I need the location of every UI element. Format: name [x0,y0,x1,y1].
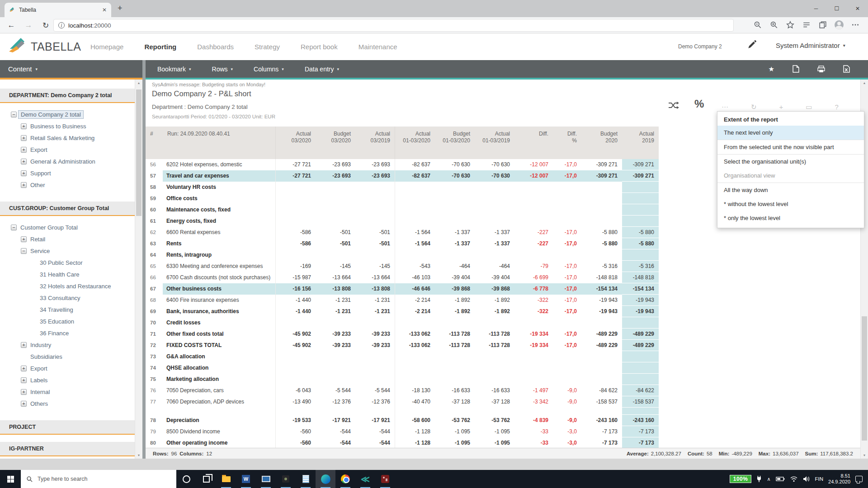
tree-item-support[interactable]: +Support [0,167,135,179]
excel-export-icon[interactable] [843,65,850,73]
column-header-budget-03-2020[interactable]: Budget03/2020 [316,127,355,159]
expand-box-icon[interactable]: + [21,389,27,395]
user-menu[interactable]: System Administrator ▾ [776,42,845,49]
taskbar-app-red-app[interactable] [375,470,395,488]
reading-list-icon[interactable] [801,19,812,30]
column-header-budget-01-03-2020[interactable]: Budget01-03/2020 [435,127,475,159]
notification-icon[interactable] [855,476,863,482]
table-row-62[interactable]: 626600 Rental expenses-586-501-501-1 564… [146,227,659,238]
window-minimize-button[interactable]: ─ [806,0,826,17]
panel-header-department-demo-company-2-total[interactable]: DEPARTMENT: Demo Company 2 total [0,89,135,103]
taskbar-app-task-view[interactable] [196,470,216,488]
tree-item-internal[interactable]: +Internal [0,386,135,398]
tabella-logo[interactable]: TABELLA [7,37,81,56]
volume-icon[interactable] [803,476,810,482]
site-info-icon[interactable]: i [58,22,65,28]
table-row-70[interactable]: 70Credit losses [146,317,659,328]
browser-back-button[interactable]: ← [5,20,17,31]
tree-item-business-to-business[interactable]: +Business to Business [0,120,135,132]
tree-item-export[interactable]: +Export [0,362,135,374]
taskbar-app-file-explorer[interactable] [216,470,236,488]
panel-header-cust-group-customer-group-total[interactable]: CUST.GROUP: Customer Group Total [0,202,135,216]
start-button[interactable] [0,470,21,488]
tree-item-others[interactable]: +Others [0,398,135,409]
window-maximize-button[interactable]: ☐ [826,0,847,17]
column-header-run[interactable]: Run: 24.09.2020 08.40.41 [163,127,276,159]
nav-report-book[interactable]: Report book [301,43,338,51]
expand-box-icon[interactable]: + [21,170,27,176]
plug-icon[interactable] [756,475,762,483]
tree-item-retail[interactable]: +Retail [0,233,135,245]
percent-icon[interactable]: % [694,98,704,110]
table-row-73[interactable]: 73G&A allocation [146,351,659,362]
favorite-star-icon[interactable] [785,19,796,30]
taskbar-app-dark-app[interactable] [276,470,296,488]
column-header-actual-01-03-2019[interactable]: Actual01-03/2019 [475,127,514,159]
new-tab-button[interactable]: + [118,4,123,13]
table-row-72[interactable]: 72FIXED COSTS TOTAL-45 902-39 233-39 233… [146,340,659,351]
table-row-58[interactable]: 58Voluntary HR costs [146,182,659,193]
popup-item-the-next-level-only[interactable]: The next level only [717,126,864,140]
scroll-down-icon[interactable]: ▼ [861,452,868,459]
browser-refresh-button[interactable]: ↻ [40,20,52,31]
table-row-65[interactable]: 656330 Meeting and conference expenses-1… [146,261,659,272]
expand-box-icon[interactable]: + [21,159,27,164]
column-header-actual-01-03-2020[interactable]: Actual01-03/2020 [395,127,435,159]
column-header-actual-03-2020[interactable]: Actual03/2020 [276,127,316,159]
battery-icon[interactable] [776,476,785,482]
collapse-box-icon[interactable]: − [11,112,17,117]
tab-close-icon[interactable]: ✕ [102,7,107,13]
taskbar-app-tabella[interactable]: ≪ [355,470,375,488]
window-close-button[interactable]: ✕ [847,0,868,17]
tree-item-general-administration[interactable]: +General & Administration [0,155,135,167]
tree-item-31-health-care[interactable]: 31 Health Care [0,268,135,280]
table-row-69[interactable]: 69Bank, insurance, authorities-1 440-1 2… [146,306,659,317]
sidebar-scrollbar[interactable]: ▲ ▼ [135,80,142,459]
expand-box-icon[interactable]: + [21,147,27,153]
tree-item-demo-company-2-total[interactable]: −Demo Company 2 total [0,108,135,120]
table-row-67[interactable]: 67Other business costs-16 156-13 808-13 … [146,283,659,295]
tree-item-30-public-sector[interactable]: 30 Public Sector [0,257,135,268]
nav-reporting[interactable]: Reporting [144,43,176,51]
zoom-icon[interactable] [769,19,779,30]
table-row-60[interactable]: 60Maintenance costs, fixed [146,204,659,216]
clock[interactable]: 8.51 24.9.2020 [828,473,850,485]
tree-item-34-travelling[interactable]: 34 Travelling [0,304,135,315]
expand-box-icon[interactable]: + [21,123,27,129]
nav-dashboards[interactable]: Dashboards [197,43,234,51]
column-header-actual-03-2019[interactable]: Actual03/2019 [355,127,395,159]
expand-box-icon[interactable]: + [21,342,27,348]
battery-percent-badge[interactable]: 100% [730,475,752,483]
column-header-budget-2020[interactable]: Budget2020 [581,127,622,159]
taskbar-app-remote-desktop[interactable] [256,470,276,488]
more-menu-icon[interactable] [850,19,861,30]
popup-item-only-the-lowest-level[interactable]: * only the lowest level [717,211,864,225]
popup-item-from-the-selected-unit-the-now-visible-part[interactable]: From the selected unit the now visible p… [717,140,864,155]
column-header-actual-2019[interactable]: Actual2019 [622,127,659,159]
nav-homepage[interactable]: Homepage [90,43,123,51]
browser-forward-button[interactable]: → [23,20,34,31]
scroll-up-icon[interactable]: ▲ [135,80,142,86]
expand-box-icon[interactable]: + [21,401,27,407]
table-row-80[interactable]: 80Other operating income-560-544-544-1 1… [146,437,659,449]
language-indicator[interactable]: FIN [815,476,824,482]
taskbar-app-word[interactable]: W [236,470,256,488]
edit-pencil-icon[interactable] [747,40,757,52]
tree-item-subsidiaries[interactable]: Subsidiaries [0,351,135,362]
table-row-56[interactable]: 566202 Hotel expenses, domestic-27 721-2… [146,159,659,170]
popup-item-without-the-lowest-level[interactable]: * without the lowest level [717,197,864,211]
tree-item-retail-sales-marketing[interactable]: +Retail Sales & Marketing [0,132,135,144]
menu-columns[interactable]: Columns▾ [254,66,284,73]
tree-item-32-hotels-and-restaurance[interactable]: 32 Hotels and Restaurance [0,280,135,292]
document-icon[interactable] [793,65,799,73]
expand-box-icon[interactable]: + [21,377,27,383]
popup-item-all-the-way-down[interactable]: All the way down [717,183,864,197]
chevron-up-icon[interactable]: ∧ [767,476,770,482]
collapse-box-icon[interactable]: − [11,225,17,230]
find-icon[interactable] [752,19,763,30]
print-icon[interactable] [817,66,825,73]
expand-box-icon[interactable]: + [21,135,27,141]
panel-header-project[interactable]: PROJECT [0,420,135,435]
table-row-68[interactable]: 686400 Fire insurance expenses-1 440-1 2… [146,295,659,306]
menu-bookmark[interactable]: Bookmark▾ [157,66,191,73]
